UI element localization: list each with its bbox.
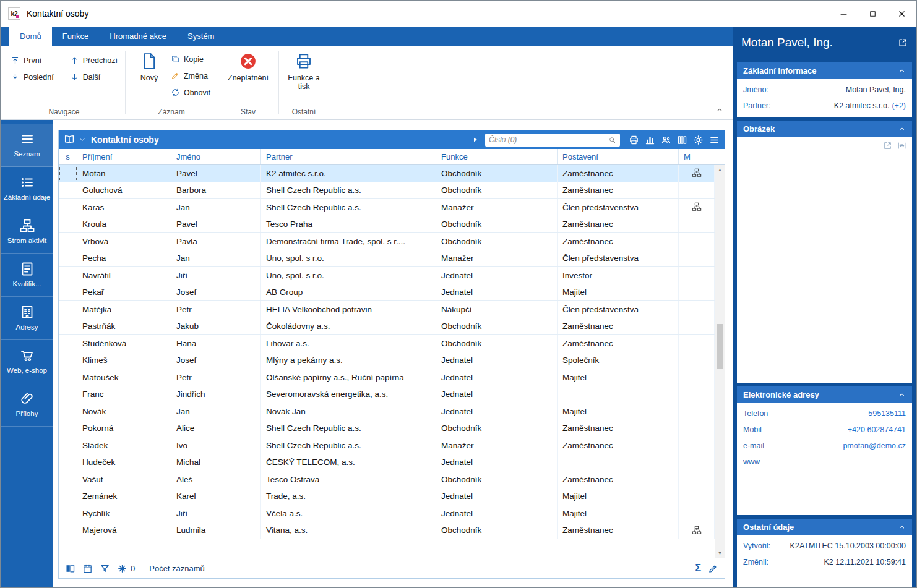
cell-funkce[interactable]: Jednatel bbox=[436, 454, 558, 471]
cell-jmeno[interactable]: Pavel bbox=[171, 165, 261, 182]
cell-postaveni[interactable]: Zaměstnanec bbox=[558, 318, 679, 335]
cell-funkce[interactable]: Jednatel bbox=[436, 488, 558, 505]
cell-partner[interactable]: HELIA Velkoobchod potravin bbox=[261, 301, 436, 318]
sidebar-item[interactable]: Strom aktivit bbox=[1, 210, 53, 254]
cell-postaveni[interactable]: Zaměstnanec bbox=[558, 522, 679, 539]
column-header-postaveni[interactable]: Postavení bbox=[558, 149, 679, 164]
row-selector-cell[interactable] bbox=[59, 471, 77, 488]
row-selector-cell[interactable] bbox=[59, 420, 77, 437]
row-selector-cell[interactable] bbox=[59, 182, 77, 199]
table-row[interactable]: PechaJanUno, spol. s r.o.ManažerČlen pře… bbox=[59, 250, 715, 268]
cell-funkce[interactable]: Obchodník bbox=[436, 420, 558, 437]
partner-name[interactable]: K2 atmitec s.r.o. bbox=[834, 101, 890, 110]
sidebar-item[interactable]: Web, e-shop bbox=[1, 340, 53, 383]
cell-m[interactable] bbox=[679, 403, 715, 420]
cell-postaveni[interactable]: Společník bbox=[558, 352, 679, 369]
row-selector-cell[interactable] bbox=[59, 233, 77, 250]
chevron-down-icon[interactable] bbox=[79, 136, 86, 143]
cell-m[interactable] bbox=[679, 250, 715, 267]
cell-jmeno[interactable]: Karel bbox=[171, 488, 261, 505]
cell-postaveni[interactable]: Majitel bbox=[558, 369, 679, 386]
cell-postaveni[interactable]: Majitel bbox=[558, 488, 679, 505]
cell-prijmeni[interactable]: Novák bbox=[77, 403, 171, 420]
row-selector-cell[interactable] bbox=[59, 335, 77, 352]
cell-partner[interactable]: Čokoládovny a.s. bbox=[261, 318, 436, 335]
section-header[interactable]: Obrázek bbox=[737, 121, 912, 137]
scrollbar-track[interactable] bbox=[715, 174, 725, 548]
row-selector-cell[interactable] bbox=[59, 250, 77, 267]
row-selector-cell[interactable] bbox=[59, 318, 77, 335]
cell-funkce[interactable]: Obchodník bbox=[436, 216, 558, 233]
ribbon-tab[interactable]: Hromadné akce bbox=[99, 27, 177, 46]
cell-funkce[interactable]: Manažer bbox=[436, 250, 558, 267]
cell-m[interactable] bbox=[679, 471, 715, 488]
cell-m[interactable] bbox=[679, 522, 715, 539]
table-row[interactable]: KroulaPavelTesco PrahaObchodníkZaměstnan… bbox=[59, 216, 715, 234]
column-header-funkce[interactable]: Funkce bbox=[436, 149, 558, 164]
cell-postaveni[interactable]: Zaměstnanec bbox=[558, 420, 679, 437]
cell-funkce[interactable]: Jednatel bbox=[436, 403, 558, 420]
cell-prijmeni[interactable]: Rychlík bbox=[77, 505, 171, 522]
cell-partner[interactable]: Tesco Praha bbox=[261, 216, 436, 233]
cell-prijmeni[interactable]: Vašut bbox=[77, 471, 171, 488]
scrollbar-thumb[interactable] bbox=[717, 324, 723, 369]
cell-m[interactable] bbox=[679, 420, 715, 437]
edit-pencil-icon[interactable] bbox=[708, 563, 718, 574]
cell-jmeno[interactable]: Petr bbox=[171, 369, 261, 386]
table-row[interactable]: RychlíkJiříVčela a.s.JednatelMajitel bbox=[59, 505, 715, 522]
cell-prijmeni[interactable]: Vrbová bbox=[77, 233, 171, 250]
cell-jmeno[interactable]: Aleš bbox=[171, 471, 261, 488]
edit-button[interactable]: Změna bbox=[168, 67, 213, 84]
section-header[interactable]: Elektronické adresy bbox=[737, 386, 912, 403]
cell-partner[interactable]: Trade, a.s. bbox=[261, 488, 436, 505]
row-selector-cell[interactable] bbox=[59, 386, 77, 403]
row-selector-cell[interactable] bbox=[59, 216, 77, 233]
cell-partner[interactable]: Shell Czech Republic a.s. bbox=[261, 437, 436, 454]
cell-funkce[interactable]: Obchodník bbox=[436, 233, 558, 250]
columns-icon[interactable] bbox=[677, 135, 687, 145]
cell-jmeno[interactable]: Ivo bbox=[171, 437, 261, 454]
sidebar-item[interactable]: Seznam bbox=[1, 124, 53, 167]
cell-m[interactable] bbox=[679, 301, 715, 318]
table-row[interactable]: PekařJosefAB GroupJednatelMajitel bbox=[59, 284, 715, 302]
cell-funkce[interactable]: Nákupčí bbox=[436, 301, 558, 318]
row-selector-cell[interactable] bbox=[59, 522, 77, 539]
filter-icon[interactable] bbox=[100, 563, 110, 574]
row-selector-cell[interactable] bbox=[59, 505, 77, 522]
refresh-button[interactable]: Obnovit bbox=[168, 84, 213, 101]
cell-funkce[interactable]: Jednatel bbox=[436, 352, 558, 369]
close-button[interactable] bbox=[887, 1, 916, 27]
cell-partner[interactable]: Demonstrační firma Trade, spol. s r.... bbox=[261, 233, 436, 250]
cell-funkce[interactable]: Jednatel bbox=[436, 369, 558, 386]
cell-postaveni[interactable]: Zaměstnanec bbox=[558, 216, 679, 233]
address-value[interactable]: +420 602874741 bbox=[848, 425, 906, 434]
cell-postaveni[interactable]: Majitel bbox=[558, 284, 679, 301]
cell-partner[interactable]: AB Group bbox=[261, 284, 436, 301]
open-in-window-icon[interactable] bbox=[898, 38, 908, 48]
scroll-up-icon[interactable]: ▲ bbox=[715, 165, 725, 174]
next-button[interactable]: Další bbox=[67, 69, 120, 85]
sidebar-item[interactable]: Základní údaje bbox=[1, 167, 53, 210]
cell-funkce[interactable]: Obchodník bbox=[436, 182, 558, 199]
partner-extra-count[interactable]: (+2) bbox=[892, 101, 906, 110]
cell-postaveni[interactable]: Zaměstnanec bbox=[558, 471, 679, 488]
cell-partner[interactable]: Shell Czech Republic a.s. bbox=[261, 182, 436, 199]
cell-jmeno[interactable]: Jakub bbox=[171, 318, 261, 335]
table-row[interactable]: KarasJanShell Czech Republic a.s.Manažer… bbox=[59, 199, 715, 216]
cell-prijmeni[interactable]: Hudeček bbox=[77, 454, 171, 471]
row-selector-cell[interactable] bbox=[59, 369, 77, 386]
cell-m[interactable] bbox=[679, 165, 715, 182]
row-selector-cell[interactable] bbox=[59, 437, 77, 454]
view-columns-icon[interactable] bbox=[65, 563, 75, 574]
table-row[interactable]: StudénkováHanaLihovar a.s.ObchodníkZaměs… bbox=[59, 335, 715, 352]
cell-m[interactable] bbox=[679, 386, 715, 403]
cell-funkce[interactable]: Manažer bbox=[436, 199, 558, 216]
cell-prijmeni[interactable]: Pekař bbox=[77, 284, 171, 301]
sidebar-item[interactable]: Kvalifik... bbox=[1, 254, 53, 297]
cell-m[interactable] bbox=[679, 199, 715, 216]
chevron-up-icon[interactable] bbox=[898, 391, 906, 399]
cell-funkce[interactable]: Jednatel bbox=[436, 386, 558, 403]
freeze-group[interactable]: 0 bbox=[117, 563, 135, 574]
cell-partner[interactable]: Vitana, a.s. bbox=[261, 522, 436, 539]
next-view-icon[interactable] bbox=[471, 136, 479, 143]
